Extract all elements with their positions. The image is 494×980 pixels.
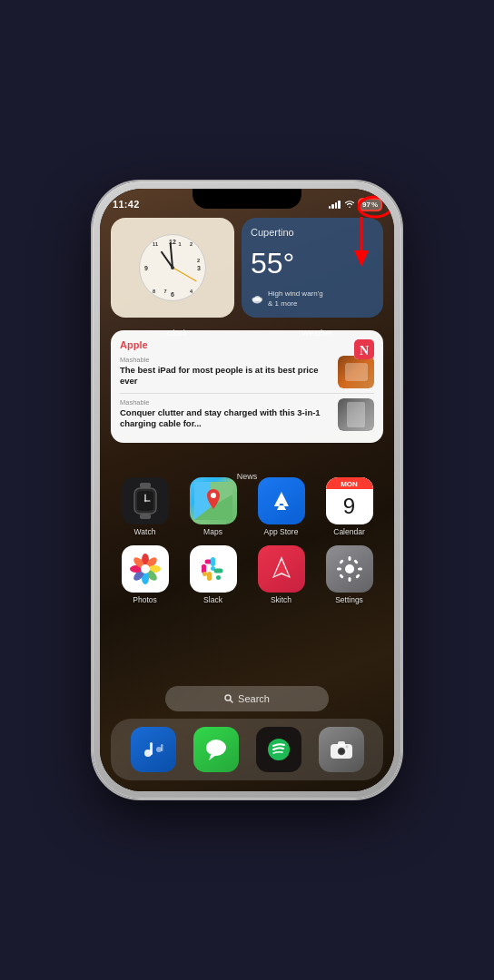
news-item-source: Mashable [120,356,332,364]
news-widget[interactable]: Apple N Mashable The best iPad for most … [111,330,383,443]
weather-city: Cupertino [251,227,374,238]
calendar-label: Calendar [333,527,365,536]
cloud-icon [251,293,265,304]
dock [111,719,383,780]
home-screen: 11:42 97% [100,189,394,791]
svg-point-21 [211,493,216,498]
app-grid: Watch Maps [107,477,387,604]
svg-rect-48 [339,573,344,579]
svg-point-30 [141,564,150,573]
status-time: 11:42 [113,199,140,210]
wifi-icon [344,200,355,209]
dock-messages[interactable] [193,727,239,772]
watch-label: Watch [134,527,156,536]
svg-point-62 [345,746,348,749]
svg-rect-47 [353,559,359,564]
photos-icon [122,545,169,593]
watch-icon [122,477,169,524]
news-thumbnail [338,356,374,388]
camera-icon [319,727,364,772]
calendar-date: 9 [326,489,373,524]
widgets-row: 12 3 6 9 2 11 1 4 8 7 2 [111,218,383,318]
spotify-icon [256,727,301,772]
slack-icon [190,545,237,593]
svg-rect-39 [203,572,207,576]
app-skitch[interactable]: Skitch [247,545,315,604]
svg-rect-34 [211,557,215,566]
weather-widget[interactable]: Cupertino 55° High wind warn'g& 1 more [242,218,383,318]
battery-indicator: 97% [359,199,381,211]
news-thumbnail [338,398,374,431]
svg-point-57 [268,739,290,760]
svg-point-6 [255,296,261,300]
skitch-label: Skitch [271,595,291,604]
svg-rect-52 [150,742,153,755]
dock-camera[interactable] [319,727,364,772]
dock-tempi[interactable] [131,727,176,772]
tempi-icon [131,727,176,772]
svg-rect-38 [207,572,212,581]
appstore-icon [258,477,305,524]
search-icon [224,694,233,703]
svg-point-40 [345,564,354,573]
news-content: Mashable The best iPad for most people i… [120,356,332,387]
svg-rect-59 [338,741,345,746]
svg-line-50 [231,701,233,703]
search-bar[interactable]: Search [165,686,329,711]
svg-rect-46 [355,573,361,579]
app-calendar[interactable]: MON 9 Calendar [315,477,383,536]
app-photos[interactable]: Photos [111,545,179,604]
weather-description: High wind warn'g& 1 more [268,289,323,309]
app-settings[interactable]: Settings [315,545,383,604]
svg-rect-37 [216,575,221,580]
svg-point-55 [206,740,226,756]
svg-rect-10 [140,483,151,488]
calendar-icon: MON 9 [326,477,373,524]
app-slack[interactable]: Slack [179,545,247,604]
news-item[interactable]: Mashable Conquer clutter and stay charge… [120,398,374,436]
news-item-title: The best iPad for most people is at its … [120,365,332,387]
svg-rect-33 [202,564,206,569]
news-content: Mashable Conquer clutter and stay charge… [120,398,332,430]
svg-rect-44 [358,568,362,571]
svg-rect-45 [339,559,344,564]
phone-frame: 11:42 97% [93,181,401,799]
svg-text:N: N [360,344,369,358]
app-maps[interactable]: Maps [179,477,247,536]
clock-widget[interactable]: 12 3 6 9 2 11 1 4 8 7 2 [111,218,234,318]
signal-icon [329,200,341,209]
messages-icon [193,727,239,772]
svg-rect-43 [337,568,341,571]
maps-icon [190,477,237,524]
settings-label: Settings [335,595,363,604]
svg-rect-54 [161,744,163,751]
notch [193,189,301,209]
news-item-source: Mashable [120,398,332,407]
app-appstore[interactable]: App Store [247,477,315,536]
news-app-icon: N [354,339,374,359]
appstore-label: App Store [264,527,299,536]
calendar-day: MON [326,477,373,489]
svg-rect-36 [213,569,222,573]
app-watch[interactable]: Watch [111,477,179,536]
news-item-title: Conquer clutter and stay charged with th… [120,407,332,430]
dock-spotify[interactable] [256,727,301,772]
svg-rect-11 [140,514,151,519]
news-item[interactable]: Mashable The best iPad for most people i… [120,356,374,394]
news-source: Apple [120,339,374,350]
weather-temperature: 55° [251,249,374,278]
search-label: Search [238,693,270,704]
phone-screen: 11:42 97% [100,189,394,791]
svg-rect-42 [348,577,351,582]
slack-label: Slack [203,595,222,604]
status-icons: 97% [329,199,381,211]
svg-point-61 [339,749,344,754]
settings-icon [326,545,373,593]
photos-label: Photos [133,595,156,604]
skitch-icon [258,545,305,593]
maps-label: Maps [203,527,222,536]
svg-rect-41 [348,556,351,561]
clock-face: 12 3 6 9 2 11 1 4 8 7 2 [139,234,206,301]
